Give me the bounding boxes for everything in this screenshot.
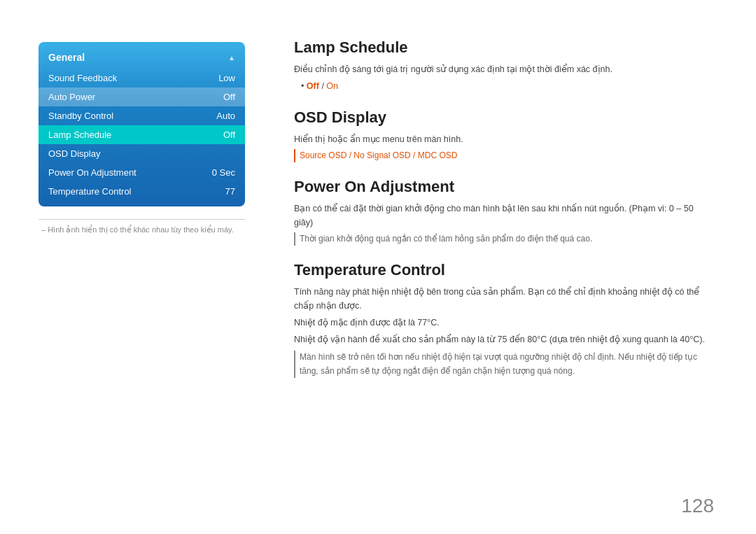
menu-item-auto-power[interactable]: Auto Power Off (38, 87, 245, 106)
power-on-adjustment-label: Power On Adjustment (48, 167, 136, 178)
menu-header: General ▲ (38, 48, 245, 69)
page-number: 128 (681, 495, 714, 517)
section-osd-display: OSD Display Hiển thị hoặc ẩn mục menu tr… (294, 108, 714, 162)
section-temperature-control: Temperature Control Tính năng này phát h… (294, 261, 714, 377)
menu-item-sound-feedback[interactable]: Sound Feedback Low (38, 69, 245, 87)
menu-header-arrow: ▲ (228, 54, 235, 62)
menu-title: General (48, 52, 85, 63)
standby-control-value: Auto (216, 111, 235, 121)
sound-feedback-value: Low (218, 73, 235, 83)
temperature-control-title: Temperature Control (294, 261, 714, 279)
power-on-adjustment-title: Power On Adjustment (294, 178, 714, 196)
temperature-control-note: Màn hình sẽ trở nên tối hơn nếu nhiệt độ… (294, 351, 714, 377)
auto-power-label: Auto Power (48, 92, 95, 102)
power-on-adjustment-body: Bạn có thể cài đặt thời gian khởi động c… (294, 202, 714, 246)
right-content: Lamp Schedule Điều chỉnh độ sáng tới giá… (294, 38, 714, 393)
lamp-schedule-value: Off (223, 129, 235, 140)
temperature-body1: Tính năng này phát hiện nhiệt độ bên tro… (294, 285, 714, 313)
osd-display-label: OSD Display (48, 148, 100, 159)
menu-item-temperature-control[interactable]: Temperature Control 77 (38, 182, 245, 201)
lamp-schedule-label: Lamp Schedule (48, 129, 111, 140)
power-on-adjustment-value: 0 Sec (212, 167, 235, 178)
power-on-adjustment-note: Thời gian khởi động quá ngắn có thể làm … (294, 232, 714, 246)
menu-item-osd-display[interactable]: OSD Display (38, 144, 245, 163)
standby-control-label: Standby Control (48, 111, 113, 121)
temperature-body2: Nhiệt độ mặc định được đặt là 77°C. (294, 316, 714, 330)
temperature-control-body: Tính năng này phát hiện nhiệt độ bên tro… (294, 285, 714, 377)
osd-display-dash-note: Source OSD / No Signal OSD / MDC OSD (294, 149, 714, 162)
menu-box: General ▲ Sound Feedback Low Auto Power … (38, 42, 245, 206)
left-panel: General ▲ Sound Feedback Low Auto Power … (38, 42, 245, 234)
lamp-schedule-bullets: Off / On (294, 79, 714, 93)
osd-display-body: Hiển thị hoặc ẩn mục menu trên màn hình.… (294, 132, 714, 162)
temperature-control-label: Temperature Control (48, 186, 132, 197)
sound-feedback-label: Sound Feedback (48, 73, 117, 83)
section-power-on-adjustment: Power On Adjustment Bạn có thể cài đặt t… (294, 178, 714, 246)
menu-item-lamp-schedule[interactable]: Lamp Schedule Off (38, 125, 245, 144)
section-lamp-schedule: Lamp Schedule Điều chỉnh độ sáng tới giá… (294, 38, 714, 93)
footnote: – Hình ảnh hiển thị có thể khác nhau tùy… (38, 219, 245, 234)
lamp-schedule-body: Điều chỉnh độ sáng tới giá trị người sử … (294, 62, 714, 93)
auto-power-value: Off (223, 92, 235, 102)
lamp-schedule-title: Lamp Schedule (294, 38, 714, 57)
temperature-body3: Nhiệt độ vận hành đề xuất cho sản phẩm n… (294, 332, 714, 346)
osd-display-title: OSD Display (294, 108, 714, 127)
temperature-control-value: 77 (225, 186, 235, 197)
menu-item-standby-control[interactable]: Standby Control Auto (38, 106, 245, 125)
menu-item-power-on-adjustment[interactable]: Power On Adjustment 0 Sec (38, 163, 245, 182)
lamp-schedule-bullet-1: Off / On (301, 79, 714, 93)
